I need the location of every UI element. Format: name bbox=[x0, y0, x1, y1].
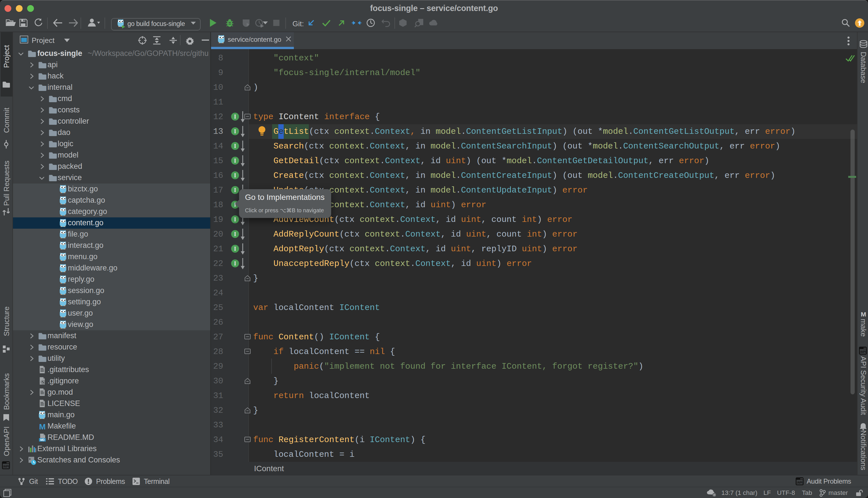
svg-text:/API: /API bbox=[797, 481, 802, 484]
svg-text:I: I bbox=[234, 158, 236, 164]
svg-text:M: M bbox=[861, 311, 866, 318]
svg-text:MD: MD bbox=[40, 438, 44, 442]
svg-text:I: I bbox=[234, 260, 236, 266]
svg-text:I: I bbox=[234, 216, 236, 222]
svg-text:I: I bbox=[234, 128, 236, 134]
svg-text:I: I bbox=[234, 172, 236, 179]
svg-text:M: M bbox=[39, 422, 46, 431]
svg-text:I: I bbox=[234, 143, 236, 149]
svg-text:I: I bbox=[234, 187, 236, 193]
svg-text:I: I bbox=[234, 246, 236, 252]
svg-text:/API: /API bbox=[860, 350, 866, 353]
svg-text:/API: /API bbox=[3, 465, 9, 468]
svg-text:I: I bbox=[234, 114, 236, 120]
svg-text:I: I bbox=[234, 231, 236, 237]
